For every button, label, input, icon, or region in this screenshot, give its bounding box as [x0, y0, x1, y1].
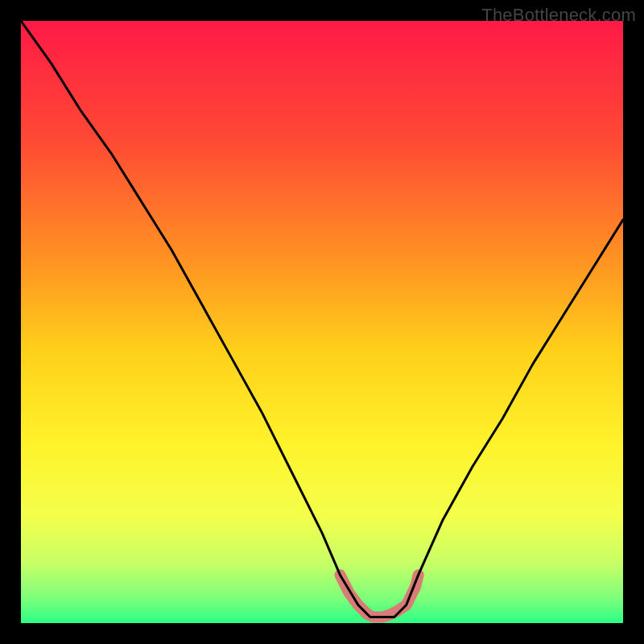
plot-lines: [21, 21, 623, 623]
bottleneck-curve-line: [21, 21, 623, 617]
chart-stage: TheBottleneck.com: [0, 0, 644, 644]
plot-area: [21, 21, 623, 623]
attribution-label: TheBottleneck.com: [481, 5, 636, 26]
